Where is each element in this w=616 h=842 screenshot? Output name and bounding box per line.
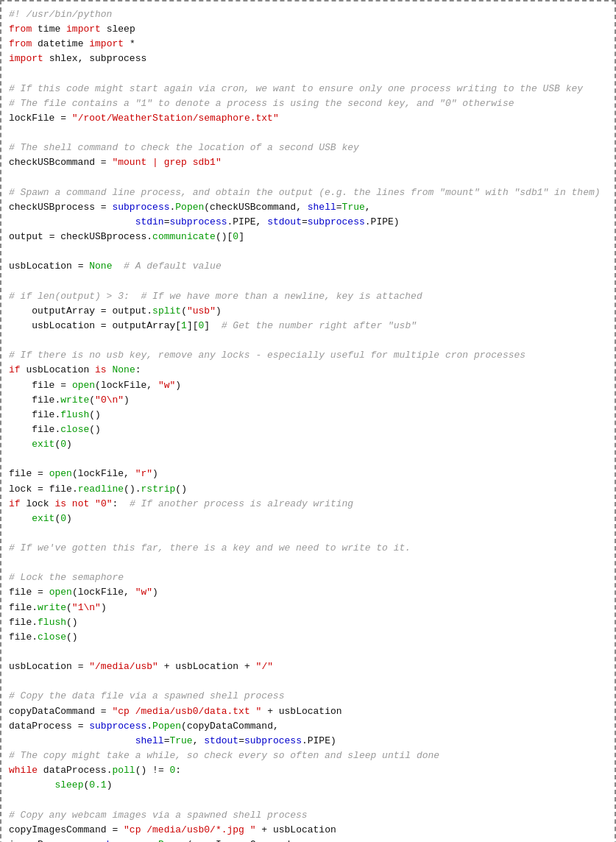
code-line-30: # Lock the semaphore bbox=[9, 570, 607, 585]
code-line-7: lockFile = "/root/WeatherStation/semapho… bbox=[9, 111, 607, 126]
code-line-17: usbLocation = outputArray[1][0] # Get th… bbox=[9, 319, 607, 333]
code-line-45: imageProcess = subprocess.Popen(copyImag… bbox=[9, 838, 607, 842]
code-line-31: file = open(lockFile, "w") bbox=[9, 585, 607, 600]
code-line-25: file = open(lockFile, "r") bbox=[9, 467, 607, 481]
code-line-20: file = open(lockFile, "w") bbox=[9, 378, 607, 393]
code-line-44: copyImagesCommand = "cp /media/usb0/*.jp… bbox=[9, 823, 607, 838]
code-line-9: checkUSBcommand = "mount | grep sdb1" bbox=[9, 155, 607, 170]
code-line-16: outputArray = output.split("usb") bbox=[9, 304, 607, 319]
code-line-24: exit(0) bbox=[9, 437, 607, 452]
code-line-22: file.flush() bbox=[9, 408, 607, 422]
code-line-15: # if len(output) > 3: # If we have more … bbox=[9, 289, 607, 304]
code-line-8: # The shell command to check the locatio… bbox=[9, 141, 607, 155]
code-line-10: # Spawn a command line process, and obta… bbox=[9, 185, 607, 200]
blank-3 bbox=[9, 171, 607, 185]
code-line-27: if lock is not "0": # If another process… bbox=[9, 497, 607, 512]
code-line-37: copyDataCommand = "cp /media/usb0/data.t… bbox=[9, 704, 607, 719]
code-line-33: file.flush() bbox=[9, 615, 607, 630]
code-line-26: lock = file.readline().rstrip() bbox=[9, 482, 607, 497]
code-line-2: from time import sleep bbox=[9, 22, 607, 37]
code-line-6: # The file contains a "1" to denote a pr… bbox=[9, 96, 607, 111]
code-line-28: exit(0) bbox=[9, 512, 607, 526]
code-line-21: file.write("0\n") bbox=[9, 393, 607, 408]
code-line-19: if usbLocation is None: bbox=[9, 363, 607, 378]
blank-11 bbox=[9, 674, 607, 689]
blank-8 bbox=[9, 526, 607, 541]
blank-2 bbox=[9, 126, 607, 141]
code-line-11: checkUSBprocess = subprocess.Popen(check… bbox=[9, 200, 607, 215]
blank-7 bbox=[9, 452, 607, 467]
code-line-29: # If we've gotten this far, there is a k… bbox=[9, 541, 607, 556]
code-line-34: file.close() bbox=[9, 630, 607, 645]
code-line-4: import shlex, subprocess bbox=[9, 52, 607, 66]
code-line-36: # Copy the data file via a spawned shell… bbox=[9, 689, 607, 704]
code-line-5: # If this code might start again via cro… bbox=[9, 82, 607, 96]
blank-9 bbox=[9, 556, 607, 570]
code-line-14: usbLocation = None # A default value bbox=[9, 259, 607, 274]
code-line-12: stdin=subprocess.PIPE, stdout=subprocess… bbox=[9, 215, 607, 230]
code-line-1: #! /usr/bin/python bbox=[9, 7, 607, 22]
code-line-13: output = checkUSBprocess.communicate()[0… bbox=[9, 230, 607, 244]
code-line-32: file.write("1\n") bbox=[9, 601, 607, 615]
code-line-42: sleep(0.1) bbox=[9, 778, 607, 793]
code-line-43: # Copy any webcam images via a spawned s… bbox=[9, 808, 607, 823]
code-editor: #! /usr/bin/python from time import slee… bbox=[0, 0, 616, 842]
code-line-40: # The copy might take a while, so check … bbox=[9, 749, 607, 763]
blank-6 bbox=[9, 333, 607, 348]
blank-5 bbox=[9, 275, 607, 289]
blank-1 bbox=[9, 67, 607, 82]
code-line-41: while dataProcess.poll() != 0: bbox=[9, 763, 607, 778]
code-line-38: dataProcess = subprocess.Popen(copyDataC… bbox=[9, 719, 607, 734]
code-line-3: from datetime import * bbox=[9, 37, 607, 52]
code-line-23: file.close() bbox=[9, 422, 607, 437]
blank-10 bbox=[9, 645, 607, 659]
code-line-35: usbLocation = "/media/usb" + usbLocation… bbox=[9, 659, 607, 674]
code-line-39: shell=True, stdout=subprocess.PIPE) bbox=[9, 734, 607, 749]
blank-4 bbox=[9, 244, 607, 259]
blank-12 bbox=[9, 793, 607, 807]
code-line-18: # If there is no usb key, remove any loc… bbox=[9, 348, 607, 363]
